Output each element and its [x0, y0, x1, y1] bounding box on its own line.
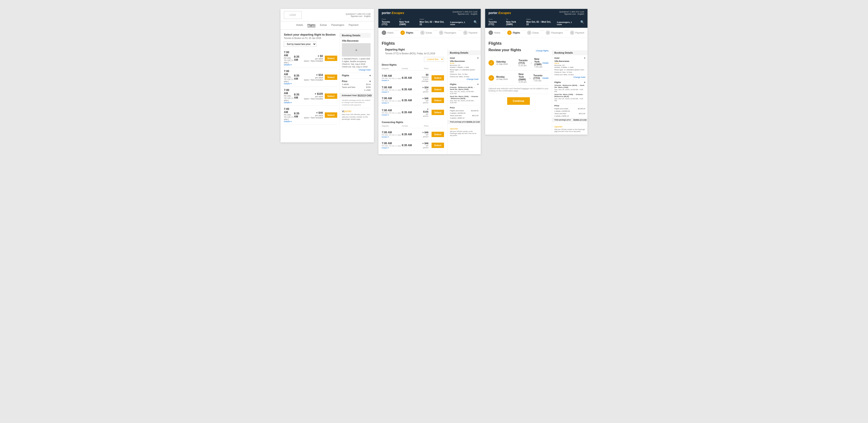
p3-passengers-field: 3 passengers, 1 room — [557, 21, 577, 26]
flight-row-1: 7:00 AM PD 208, YD 131 | 1 stop | Detail… — [284, 49, 337, 68]
select-button-2[interactable]: Select — [325, 74, 337, 80]
viporter-brand: viporter — [342, 110, 371, 113]
panel3-header: porter Escapes Questions? 1-855-372-1100… — [485, 9, 588, 17]
viporter-brand-2: viporter — [450, 127, 478, 130]
direct-flight-3: 7:00 AM PD 208, YD 131 | 1 stop Details … — [382, 95, 444, 106]
viporter-text: Earn from 750 VIPorter points. Just add … — [342, 114, 371, 120]
viporter-section: viporter Earn from 750 VIPorter points. … — [342, 108, 371, 120]
header-contact: Questions? 1-855-372-1100 flyporter.com … — [453, 11, 477, 15]
hotel-image: ▣ — [342, 43, 371, 57]
nav-flights[interactable]: Flights — [307, 24, 315, 27]
panel2-header: porter Escapes Questions? 1-855-372-1100… — [378, 9, 481, 17]
p3-step-flights[interactable]: 2 Flights — [507, 30, 520, 35]
flight-details-link-1[interactable]: Details — [542, 62, 549, 64]
connecting-flights-label: Connecting flights — [382, 121, 444, 123]
change-hotel-3[interactable]: Change hotel — [573, 76, 585, 78]
direct-flight-2: 7:00 AM PD 208, YD 131 | 1 stop Details … — [382, 84, 444, 95]
p3-step-circle-payment: 5 — [570, 30, 575, 35]
sort-select[interactable]: Sort by lowest fare price — [284, 41, 316, 47]
flight-check-2: ✓ — [489, 75, 494, 81]
search-bar: From Toronto (YTZ) To New York (SWR) Dat… — [378, 17, 481, 28]
direct-select-4[interactable]: Select — [432, 110, 444, 115]
disclaimer-text: Vacation package prices are subject to c… — [342, 99, 371, 106]
continue-button[interactable]: Continue — [507, 97, 530, 105]
step-extras[interactable]: 3 Extras — [420, 30, 432, 35]
review-flight-1: ✓ Saturday 11 Sep 2018 Toronto (YTZ) 6:3… — [489, 55, 549, 70]
bd-title: Booking Details — [447, 50, 481, 55]
step-hotels[interactable]: ✓ Hotels — [382, 30, 394, 35]
step-payment[interactable]: 5 Payment — [463, 30, 477, 35]
p3-step-hotels[interactable]: ✓ Hotels — [489, 30, 500, 35]
booking-sidebar: Booking Details Villa Bacuranao ▣ 1 Stan… — [339, 33, 371, 125]
connecting-flight-1: 7:00 AM PD 208, YD 131 | 1 stop Details … — [382, 129, 444, 140]
flight-row-3: 7:00 AM PD 208, YD 131 | 1 stop | Detail… — [284, 87, 337, 106]
select-button-4[interactable]: Select — [325, 112, 337, 118]
change-flights-link[interactable]: Change flights — [536, 50, 549, 52]
step-label-hotels: Hotels — [387, 32, 394, 34]
panel3-wizard-steps: ✓ Hotels 2 Flights 3 Extras 4 Passengers… — [485, 28, 588, 38]
step-connector-2 — [414, 30, 419, 31]
p3-from-field: From Toronto (YTZ) — [489, 18, 503, 26]
conn-select-2[interactable]: Select — [432, 143, 444, 148]
change-hotel-link[interactable]: Change hotel — [359, 69, 371, 71]
p3-bd-title: Booking Details — [552, 50, 588, 55]
step-label-extras: Extras — [426, 32, 432, 34]
step-connector-4 — [457, 30, 462, 31]
page-subtitle: Toronto to Boston on Fri, 25 Jan 2018 — [284, 37, 337, 39]
p3-step-passengers[interactable]: 4 Passengers — [546, 30, 563, 35]
panel3-search-bar: From Toronto (YTZ) To New York (SWR) Dat… — [485, 17, 588, 28]
panel-3: porter Escapes Questions? 1-855-372-1100… — [485, 9, 588, 134]
passengers-field: 3 passengers, 1 room — [450, 21, 470, 26]
p3-viporter-brand: viporter — [554, 125, 585, 128]
panel-1: LOGO Questions? 1-855-372-1100 flyporter… — [280, 9, 374, 143]
p3-step-label-flights: Flights — [513, 32, 520, 34]
conn-select-1[interactable]: Select — [432, 132, 444, 137]
nav-hotels[interactable]: Hotels — [296, 24, 303, 27]
nav-extras[interactable]: Extras — [320, 24, 327, 27]
p3-step-circle-passengers: 4 — [546, 30, 550, 35]
nav-passengers[interactable]: Passengers — [331, 24, 344, 27]
select-button-1[interactable]: Select — [325, 56, 337, 61]
connecting-table-header: Departs Arrives Price — [382, 125, 444, 128]
step-passengers[interactable]: 4 Passengers — [439, 30, 456, 35]
from-field: From Toronto (YTZ) — [382, 18, 396, 26]
p3-step-payment[interactable]: 5 Payment — [570, 30, 584, 35]
bd-price-section: Price Flights and hotels $2188.00 2 adul… — [450, 105, 478, 124]
p3-step-label-hotels: Hotels — [494, 32, 500, 34]
direct-select-2[interactable]: Select — [432, 87, 444, 92]
select-button-3[interactable]: Select — [325, 93, 337, 99]
p3-step-extras[interactable]: 3 Extras — [527, 30, 539, 35]
panel3-logo: porter Escapes — [489, 11, 511, 15]
change-hotel-2[interactable]: Change hotel — [466, 78, 478, 80]
fare-select[interactable]: Lowest fare — [424, 57, 444, 62]
step-connector-1 — [395, 30, 399, 31]
departing-subtitle: Toronto (YTZ) to Boston (BOS), Friday Ju… — [382, 52, 444, 57]
panel3-flights-heading: Flights — [485, 38, 588, 48]
flights-list-area: Departing flight Toronto (YTZ) to Boston… — [378, 48, 447, 154]
bd-hotel-section: Hotel ▾ Villa Bacuranao ★★★ Montréal, QC… — [450, 57, 478, 80]
panel3-header-contact: Questions? 1-855-372-1100 flyporter.com … — [559, 11, 584, 15]
step-circle-hotels: ✓ — [382, 30, 386, 35]
search-icon[interactable]: 🔍 — [474, 20, 477, 24]
estimated-total: Estimated Total $12113 CAD — [340, 93, 373, 98]
p3-search-icon[interactable]: 🔍 — [580, 20, 584, 24]
hotel-name: Villa Bacuranao — [342, 40, 371, 42]
review-flight-2: ✓ Monday 13 Sep 2018 New York (SWR) 3:39… — [489, 70, 549, 86]
wizard-steps: ✓ Hotels 2 Flights 3 Extras 4 Passengers… — [378, 28, 481, 38]
p3-step-label-payment: Payment — [576, 32, 584, 34]
arrow-icon-2: → — [529, 76, 532, 80]
panel1-header: LOGO Questions? 1-855-372-1100 flyporter… — [280, 9, 374, 21]
direct-select-1[interactable]: Select — [432, 75, 444, 81]
departing-title: Departing flight — [382, 48, 444, 52]
flight-row-2: 7:00 AM PD 208, YD 131 | 1 stop | Detail… — [284, 68, 337, 87]
nav-payment[interactable]: Payment — [349, 24, 359, 27]
step-circle-extras: 3 — [420, 30, 425, 35]
step-label-payment: Payment — [469, 32, 477, 34]
panel-2: porter Escapes Questions? 1-855-372-1100… — [378, 9, 481, 154]
direct-select-3[interactable]: Select — [432, 98, 444, 103]
to-field: To New York (SWR) — [399, 18, 416, 26]
p3-to-field: To New York (SWR) — [506, 18, 523, 26]
step-flights[interactable]: 2 Flights — [400, 30, 413, 35]
bd-flights-section: Flights ▾ Orlando · Melbourne (MLB) → Sa… — [450, 82, 478, 104]
flight-details-link-2[interactable]: Details — [542, 77, 549, 79]
